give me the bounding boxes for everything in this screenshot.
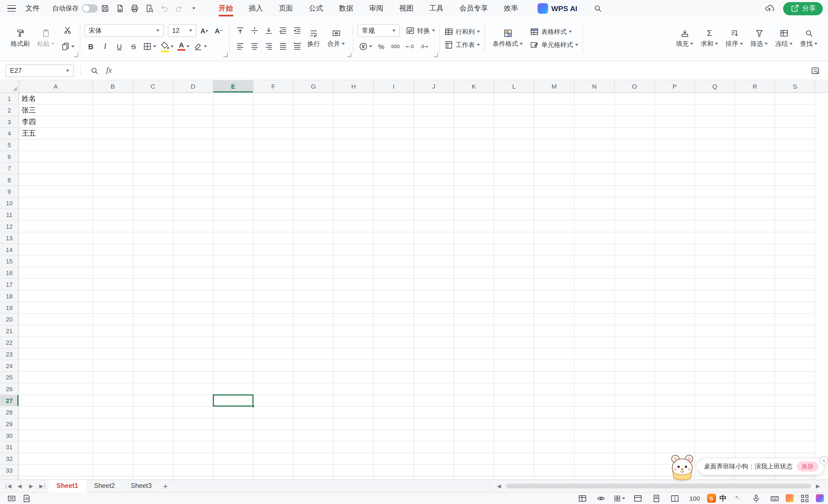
fill-button[interactable]: 填充 (672, 27, 697, 50)
cell-F27[interactable] (253, 395, 293, 407)
cell-H18[interactable] (334, 290, 374, 302)
cell-E17[interactable] (213, 279, 253, 290)
cell-M26[interactable] (534, 383, 574, 395)
cell-K31[interactable] (454, 442, 494, 453)
cell-J7[interactable] (414, 163, 454, 174)
cell-J8[interactable] (414, 174, 454, 186)
conditional-format-button[interactable]: 条件格式 (489, 27, 527, 50)
cell-O13[interactable] (615, 232, 655, 244)
cell-B14[interactable] (93, 244, 133, 256)
cell-F24[interactable] (253, 360, 293, 372)
cell-A18[interactable] (19, 290, 93, 302)
cell-A16[interactable] (19, 267, 93, 279)
cell-D11[interactable] (173, 209, 213, 221)
row-header-15[interactable]: 15 (0, 256, 19, 267)
cell-J21[interactable] (414, 325, 454, 337)
cell-E31[interactable] (213, 442, 253, 453)
cell-F20[interactable] (253, 314, 293, 325)
cell-C16[interactable] (133, 267, 173, 279)
cell-N21[interactable] (575, 325, 615, 337)
cell-F7[interactable] (253, 163, 293, 174)
cell-L4[interactable] (494, 128, 534, 139)
cell-E19[interactable] (213, 302, 253, 314)
cell-G25[interactable] (294, 372, 334, 383)
cell-F21[interactable] (253, 325, 293, 337)
cell-P23[interactable] (655, 348, 695, 360)
increase-decimal-button[interactable]: ←.0 (404, 41, 416, 52)
cell-J31[interactable] (414, 442, 454, 453)
cell-K26[interactable] (454, 383, 494, 395)
cell-A17[interactable] (19, 279, 93, 290)
cell-R26[interactable] (735, 383, 775, 395)
cell-S14[interactable] (775, 244, 815, 256)
cell-E26[interactable] (213, 383, 253, 395)
print-preview-button[interactable] (142, 2, 156, 15)
cell-P5[interactable] (655, 139, 695, 151)
cell-G32[interactable] (294, 453, 334, 465)
cell-N32[interactable] (575, 453, 615, 465)
cell-I22[interactable] (374, 337, 414, 349)
cell-J1[interactable] (414, 93, 454, 104)
cell-O21[interactable] (615, 325, 655, 337)
cell-K13[interactable] (454, 232, 494, 244)
column-header-R[interactable]: R (735, 80, 775, 92)
cell-F2[interactable] (253, 104, 293, 116)
cell-S30[interactable] (775, 430, 815, 442)
cell-R10[interactable] (735, 198, 775, 209)
cell-A32[interactable] (19, 453, 93, 465)
cell-R28[interactable] (735, 407, 775, 418)
cell-L32[interactable] (494, 453, 534, 465)
cell-O25[interactable] (615, 372, 655, 383)
cell-L12[interactable] (494, 221, 534, 232)
cell-C19[interactable] (133, 302, 173, 314)
row-header-19[interactable]: 19 (0, 302, 19, 314)
cell-P17[interactable] (655, 279, 695, 290)
cell-L33[interactable] (494, 465, 534, 476)
cell-B16[interactable] (93, 267, 133, 279)
cell-F15[interactable] (253, 256, 293, 267)
cell-B29[interactable] (93, 418, 133, 430)
cell-M16[interactable] (534, 267, 574, 279)
cell-A15[interactable] (19, 256, 93, 267)
cell-R11[interactable] (735, 209, 775, 221)
cell-K10[interactable] (454, 198, 494, 209)
cell-Q4[interactable] (695, 128, 735, 139)
cell-A21[interactable] (19, 325, 93, 337)
cell-Q2[interactable] (695, 104, 735, 116)
cell-C20[interactable] (133, 314, 173, 325)
cell-H12[interactable] (334, 221, 374, 232)
cell-D16[interactable] (173, 267, 213, 279)
cell-O9[interactable] (615, 186, 655, 198)
wps-ai-entry[interactable]: WPS AI (538, 3, 577, 14)
cell-J25[interactable] (414, 372, 454, 383)
cell-I4[interactable] (374, 128, 414, 139)
cell-A7[interactable] (19, 163, 93, 174)
cell-K12[interactable] (454, 221, 494, 232)
cell-P13[interactable] (655, 232, 695, 244)
cell-N33[interactable] (575, 465, 615, 476)
fx-icon[interactable]: fx (106, 66, 112, 75)
column-header-P[interactable]: P (655, 80, 695, 92)
cell-B1[interactable] (93, 93, 133, 104)
cell-M21[interactable] (534, 325, 574, 337)
cell-E23[interactable] (213, 348, 253, 360)
cell-I26[interactable] (374, 383, 414, 395)
cell-N26[interactable] (575, 383, 615, 395)
cell-R29[interactable] (735, 418, 775, 430)
cell-P25[interactable] (655, 372, 695, 383)
cell-style-button[interactable]: 单元格样式 (530, 40, 578, 49)
cell-E30[interactable] (213, 430, 253, 442)
cell-B19[interactable] (93, 302, 133, 314)
cell-K7[interactable] (454, 163, 494, 174)
cell-F10[interactable] (253, 198, 293, 209)
cell-A19[interactable] (19, 302, 93, 314)
cell-C17[interactable] (133, 279, 173, 290)
cell-S3[interactable] (775, 116, 815, 128)
cell-N24[interactable] (575, 360, 615, 372)
cloud-upload-button[interactable] (762, 2, 776, 15)
cell-O29[interactable] (615, 418, 655, 430)
cell-L27[interactable] (494, 395, 534, 407)
cell-J17[interactable] (414, 279, 454, 290)
cell-O16[interactable] (615, 267, 655, 279)
cell-I8[interactable] (374, 174, 414, 186)
